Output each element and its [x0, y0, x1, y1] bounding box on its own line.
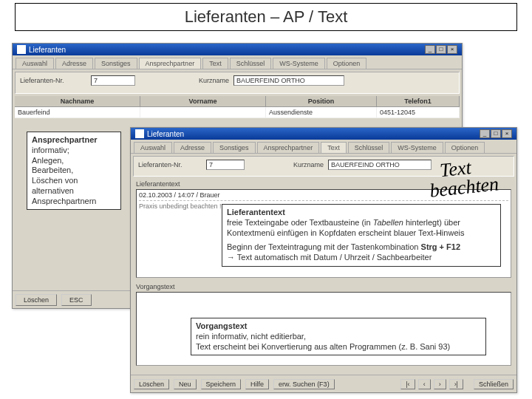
lieferanten-nr-field-2[interactable]: 7 [206, 160, 245, 170]
nav-prev-button[interactable]: ‹ [418, 379, 431, 389]
titlebar-2: Lieferanten _ □ × [131, 128, 516, 140]
tab-sonstiges-2[interactable]: Sonstiges [213, 142, 256, 153]
titlebar-1: Lieferanten _ □ × [13, 44, 462, 55]
callout-vt-title: Vorgangstext [196, 321, 247, 330]
minimize-button-2[interactable]: _ [480, 129, 490, 138]
grid-header-1: Nachname Vorname Position Telefon1 [15, 96, 460, 107]
tab-ws-systeme-2[interactable]: WS-Systeme [391, 142, 443, 153]
tab-sonstiges-1[interactable]: Sonstiges [95, 58, 137, 69]
tabstrip-2: Auswahl Adresse Sonstiges Ansprechpartne… [131, 140, 516, 154]
tabstrip-1: Auswahl Adresse Sonstiges Ansprechpartne… [13, 55, 462, 69]
schliessen-button[interactable]: Schließen [474, 379, 514, 389]
nav-last-button[interactable]: ›| [449, 379, 463, 389]
callout-ap-title: Ansprechpartner [32, 135, 98, 144]
close-button-2[interactable]: × [502, 129, 512, 138]
callout-ap-body: informativ; Anlegen, Bearbeiten, Löschen… [32, 146, 96, 205]
minimize-button-1[interactable]: _ [425, 45, 435, 54]
tab-auswahl-2[interactable]: Auswahl [134, 142, 172, 153]
lieferanten-nr-label-1: Lieferanten-Nr. [20, 77, 86, 84]
kurzname-label-1: Kurzname [199, 77, 229, 84]
vorgangstext-label: Vorgangstext [136, 283, 511, 290]
tab-ansprechpartner-2[interactable]: Ansprechpartner [257, 142, 320, 153]
callout-vt-body: rein informativ, nicht editierbar, Text … [196, 332, 450, 351]
lieferanten-nr-field-1[interactable]: 7 [91, 75, 135, 86]
callout-lt-body2-b: Strg + F12 [421, 242, 461, 251]
buttonbar-2: Löschen Neu Speichern Hilfe erw. Suchen … [131, 375, 516, 392]
col-vorname[interactable]: Vorname [140, 96, 266, 106]
tab-text-1[interactable]: Text [202, 58, 228, 69]
callout-ansprechpartner: Ansprechpartner informativ; Anlegen, Bea… [27, 132, 121, 210]
cell-position: Aussendienste [266, 107, 377, 117]
callout-lt-title: Lieferantentext [227, 208, 285, 216]
tab-schluessel-2[interactable]: Schlüssel [348, 142, 390, 153]
callout-lt-body1-i: Tabellen [373, 218, 403, 227]
cell-telefon1: 0451-12045 [377, 107, 460, 117]
tab-ansprechpartner-1[interactable]: Ansprechpartner [139, 58, 202, 69]
speichern-button-2[interactable]: Speichern [201, 379, 242, 389]
callout-lt-body2-pre: Beginn der Texteintragung mit der Tasten… [227, 242, 421, 251]
kurzname-field-1[interactable]: BAUERFEIND ORTHO [233, 75, 344, 86]
col-position[interactable]: Position [266, 96, 377, 106]
window-title-1: Lieferanten [29, 46, 66, 54]
callout-vorgangstext: Vorgangstext rein informativ, nicht edit… [191, 318, 486, 355]
tab-adresse-1[interactable]: Adresse [55, 58, 93, 69]
tab-auswahl-1[interactable]: Auswahl [16, 58, 54, 69]
col-telefon1[interactable]: Telefon1 [377, 96, 460, 106]
tab-ws-systeme-1[interactable]: WS-Systeme [273, 58, 325, 69]
callout-lieferantentext: Lieferantentext freie Texteingabe oder T… [222, 204, 501, 267]
erw-suchen-button[interactable]: erw. Suchen (F3) [273, 379, 335, 389]
nav-next-button[interactable]: › [434, 379, 446, 389]
callout-lt-body1: freie Texteingabe oder Textbausteine (in [227, 218, 373, 227]
esc-button-1[interactable]: ESC [61, 294, 92, 306]
loeschen-button-2[interactable]: Löschen [134, 379, 169, 389]
kurzname-label-2: Kurzname [293, 161, 324, 168]
stamp-text: Text beachten [414, 155, 500, 202]
maximize-button-2[interactable]: □ [491, 129, 501, 138]
callout-lt-body2-tail: → Text automatisch mit Datum / Uhrzeit /… [227, 253, 432, 262]
app-icon [17, 45, 26, 54]
table-row[interactable]: Bauerfeind Aussendienste 0451-12045 [15, 107, 460, 118]
loeschen-button-1[interactable]: Löschen [16, 294, 57, 306]
tab-schluessel-1[interactable]: Schlüssel [230, 58, 272, 69]
window-title-2: Lieferanten [147, 130, 184, 138]
neu-button-2[interactable]: Neu [174, 379, 197, 389]
close-button-1[interactable]: × [447, 45, 457, 54]
tab-optionen-1[interactable]: Optionen [327, 58, 367, 69]
nav-first-button[interactable]: |‹ [400, 379, 415, 389]
maximize-button-1[interactable]: □ [436, 45, 446, 54]
lieferanten-nr-label-2: Lieferanten-Nr. [138, 161, 202, 168]
slide-title: Lieferanten – AP / Text [15, 3, 517, 31]
tab-adresse-2[interactable]: Adresse [174, 142, 211, 153]
tab-optionen-2[interactable]: Optionen [445, 142, 485, 153]
cell-nachname: Bauerfeind [15, 107, 140, 117]
cell-vorname [140, 107, 266, 117]
tab-text-2[interactable]: Text [321, 142, 347, 153]
col-nachname[interactable]: Nachname [15, 96, 140, 106]
app-icon-2 [135, 129, 144, 138]
hilfe-button-2[interactable]: Hilfe [245, 379, 269, 389]
